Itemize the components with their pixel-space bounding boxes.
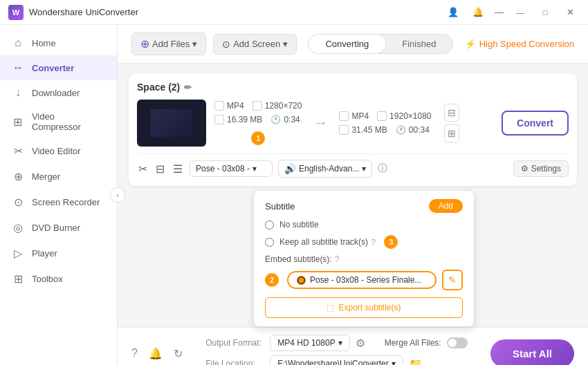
dest-clock-icon: 🕐 <box>396 125 406 135</box>
embed-radio[interactable] <box>297 276 306 285</box>
title-bar-left: W Wondershare UniConverter <box>8 5 138 20</box>
format-settings-icon[interactable]: ⚙ <box>356 337 365 350</box>
no-subtitle-radio[interactable] <box>265 221 274 230</box>
subtitle-dropdown-container: Pose - 03x08 - ▾ <box>190 160 273 177</box>
sidebar-item-screen-recorder[interactable]: ⊙ Screen Recorder <box>0 189 117 215</box>
no-subtitle-option[interactable]: No subtitle <box>265 220 463 230</box>
tab-finished[interactable]: Finished <box>385 35 452 53</box>
keep-all-option[interactable]: Keep all subtitle track(s) <box>265 237 368 247</box>
add-screen-btn[interactable]: ⊙ Add Screen ▾ <box>213 34 297 55</box>
embed-label: Embed subtitle(s): ? <box>265 254 463 264</box>
minimize-btn[interactable]: — <box>511 3 530 22</box>
dropdown-chevron: ▾ <box>252 164 257 174</box>
add-files-icon: ⊕ <box>140 37 149 50</box>
edit-subtitle-btn[interactable]: ✎ <box>442 270 463 290</box>
edit-icon-btn[interactable]: ⊟ <box>444 104 459 122</box>
dest-row-2: 31.45 MB 🕐 00:34 <box>339 125 431 135</box>
export-subtitle-label: Export subtitle(s) <box>338 303 401 312</box>
bell-icon[interactable]: 🔔 <box>149 347 163 360</box>
dvd-icon: ◎ <box>11 221 25 234</box>
embed-row: 2 Pose - 03x08 - Series Finale... ✎ <box>265 270 463 290</box>
toolbar-row: ✂ ⊟ ☰ Pose - 03x08 - ▾ 🔊 English-Advan..… <box>137 153 569 178</box>
export-subtitle-icon: ⬚ <box>327 303 334 312</box>
add-dropdown-icon: ▾ <box>192 39 197 49</box>
embed-subtitle-item[interactable]: Pose - 03x08 - Series Finale... <box>287 271 437 289</box>
file-thumbnail <box>137 100 206 147</box>
sidebar-item-toolbox[interactable]: ⊞ Toolbox <box>0 266 117 292</box>
dest-size-checkbox <box>339 125 349 135</box>
sidebar-item-dvd-burner[interactable]: ◎ DVD Burner <box>0 215 117 241</box>
keep-all-row: Keep all subtitle track(s) ? 3 <box>265 235 463 249</box>
sidebar-item-label: Home <box>32 38 56 48</box>
info-btn[interactable]: ⓘ <box>378 162 387 175</box>
list-btn[interactable]: ☰ <box>172 161 184 177</box>
dest-size: 31.45 MB <box>351 125 387 135</box>
file-location-select[interactable]: E:\Wondershare\UniConverter ▾ <box>270 355 403 365</box>
start-all-btn[interactable]: Start All <box>490 339 574 366</box>
sidebar-item-player[interactable]: ▷ Player <box>0 241 117 266</box>
extra-icons: ⊟ ⊞ <box>444 104 459 142</box>
app-title: Wondershare UniConverter <box>29 7 138 17</box>
sidebar-item-downloader[interactable]: ↓ Downloader <box>0 80 117 105</box>
embed-help-icon[interactable]: ? <box>335 254 340 264</box>
merge-toggle[interactable] <box>447 337 468 348</box>
tab-converting[interactable]: Converting <box>309 35 385 53</box>
output-format-select[interactable]: MP4 HD 1080P ▾ <box>270 335 349 351</box>
top-bar-left: ⊕ Add Files ▾ ⊙ Add Screen ▾ <box>131 32 297 55</box>
sidebar-item-home[interactable]: ⌂ Home <box>0 30 117 55</box>
sidebar-item-merger[interactable]: ⊕ Merger <box>0 164 117 189</box>
close-btn[interactable]: ✕ <box>560 3 580 22</box>
audio-dropdown-btn[interactable]: 🔊 English-Advan... ▾ <box>278 160 372 178</box>
format-btn[interactable]: ⊞ <box>444 124 459 142</box>
dest-duration: 00:34 <box>409 125 430 135</box>
subtitle-label: Pose - 03x08 - <box>196 164 250 174</box>
dest-format-checkbox <box>339 111 349 121</box>
title-bar-controls: 👤 🔔 — — □ ✕ <box>443 3 580 22</box>
title-bar: W Wondershare UniConverter 👤 🔔 — — □ ✕ <box>0 0 588 25</box>
editor-icon: ✂ <box>11 144 25 158</box>
high-speed-icon: ⚡ <box>465 39 476 49</box>
export-subtitle-btn[interactable]: ⬚ Export subtitle(s) <box>265 297 463 318</box>
file-card-body: MP4 1280×720 16.39 MB 🕐 <box>137 100 569 147</box>
file-location-row: File Location: E:\Wondershare\UniConvert… <box>205 355 467 365</box>
dest-format: MP4 <box>351 111 369 121</box>
step-badge-2: 2 <box>265 273 279 287</box>
keep-all-radio[interactable] <box>265 238 274 247</box>
copy-btn[interactable]: ⊟ <box>154 161 166 177</box>
keep-help-icon[interactable]: ? <box>371 237 376 247</box>
add-subtitle-btn[interactable]: Add <box>429 199 463 213</box>
sidebar-item-video-compressor[interactable]: ⊞ Video Compressor <box>0 105 117 138</box>
sidebar-item-converter[interactable]: ↔ Converter <box>0 55 117 80</box>
user-icon-btn[interactable]: 👤 <box>443 3 463 22</box>
edit-title-icon[interactable]: ✏ <box>184 82 192 93</box>
file-location-label: File Location: <box>205 359 264 365</box>
title-separator: — <box>495 7 504 17</box>
high-speed-btn[interactable]: ⚡ High Speed Conversion <box>465 39 574 49</box>
source-size-checkbox <box>214 115 224 124</box>
edit-subtitle-icon: ✎ <box>448 274 457 286</box>
convert-btn[interactable]: Convert <box>502 111 569 135</box>
bottom-bar: ? 🔔 ↻ Output Format: MP4 HD 1080P ▾ ⚙ Me… <box>118 327 588 365</box>
maximize-btn[interactable]: □ <box>535 3 555 22</box>
compressor-icon: ⊞ <box>11 115 25 129</box>
notification-btn[interactable]: 🔔 <box>468 3 488 22</box>
add-files-btn[interactable]: ⊕ Add Files ▾ <box>131 32 206 55</box>
main-layout: ⌂ Home ↔ Converter ↓ Downloader ⊞ Video … <box>0 25 588 365</box>
add-files-label: Add Files <box>152 39 190 49</box>
help-icon[interactable]: ? <box>131 347 138 359</box>
bottom-status-icons: ? 🔔 ↻ <box>131 347 183 360</box>
file-card-title: Space (2) ✏ <box>137 82 192 93</box>
dest-resolution-item: 1920×1080 <box>377 111 431 121</box>
refresh-icon[interactable]: ↻ <box>174 347 183 360</box>
dropdown-title: Subtitle <box>265 201 295 212</box>
source-row-1: MP4 1280×720 <box>214 101 302 111</box>
sidebar-collapse-btn[interactable]: ‹ <box>110 187 125 203</box>
cut-btn[interactable]: ✂ <box>137 161 149 177</box>
subtitle-dropdown-btn[interactable]: Pose - 03x08 - ▾ <box>190 160 273 177</box>
dropdown-header: Subtitle Add <box>265 199 463 213</box>
subtitle-panel-wrapper: Subtitle Add No subtitle Keep all subtit… <box>242 190 588 327</box>
folder-icon[interactable]: 📁 <box>409 357 423 366</box>
settings-btn[interactable]: ⚙ Settings <box>513 160 569 177</box>
sidebar-item-video-editor[interactable]: ✂ Video Editor <box>0 138 117 164</box>
source-format: MP4 <box>227 101 244 111</box>
